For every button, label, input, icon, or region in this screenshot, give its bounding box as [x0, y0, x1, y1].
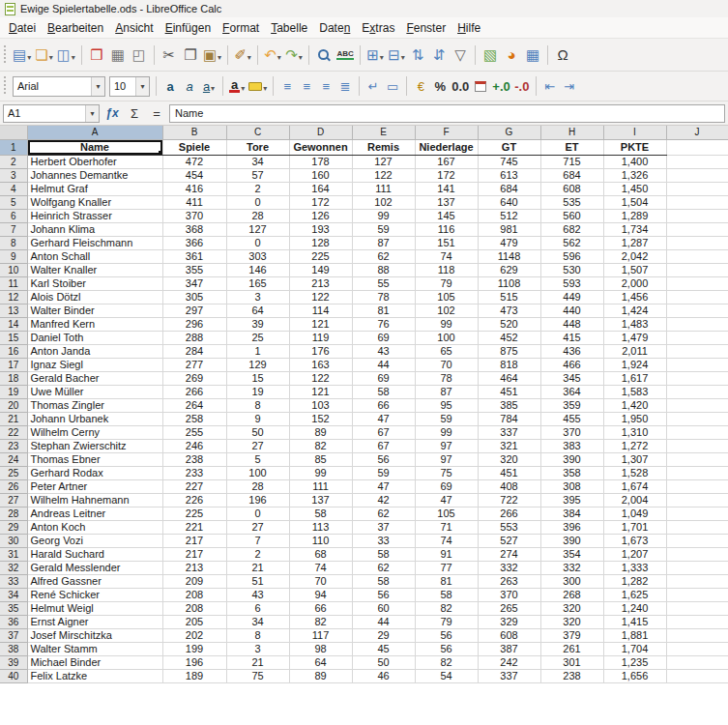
row-header-18[interactable]: 18 — [0, 371, 27, 385]
cell-I33[interactable]: 1,282 — [603, 574, 666, 588]
cell-H34[interactable]: 268 — [540, 588, 603, 601]
cell-E39[interactable]: 50 — [352, 655, 415, 669]
cell-J12[interactable] — [666, 290, 728, 304]
cell-H22[interactable]: 370 — [540, 425, 603, 439]
cell-G16[interactable]: 875 — [478, 344, 540, 358]
cell-B7[interactable]: 368 — [162, 222, 226, 236]
cell-J22[interactable] — [666, 425, 728, 439]
row-header-21[interactable]: 21 — [0, 412, 27, 425]
cell-H23[interactable]: 383 — [540, 439, 603, 452]
cell-H16[interactable]: 436 — [540, 344, 603, 358]
cell-E17[interactable]: 44 — [352, 358, 415, 371]
cell-I23[interactable]: 1,272 — [603, 439, 666, 452]
cell-G13[interactable]: 473 — [478, 304, 540, 317]
cell-D2[interactable]: 178 — [289, 155, 352, 168]
cell-J9[interactable] — [666, 249, 728, 263]
cell-C4[interactable]: 2 — [226, 182, 289, 195]
cell-J34[interactable] — [666, 588, 728, 601]
cell-E34[interactable]: 56 — [352, 588, 415, 601]
cell-C12[interactable]: 3 — [226, 290, 289, 304]
cell-B6[interactable]: 370 — [162, 209, 226, 222]
cell-G24[interactable]: 320 — [478, 452, 540, 466]
merge-cells-button[interactable]: ▭ — [383, 75, 402, 97]
cell-I13[interactable]: 1,424 — [603, 304, 666, 317]
row-header-25[interactable]: 25 — [0, 466, 27, 479]
cell-I26[interactable]: 1,674 — [603, 479, 666, 493]
toolbar-drag-handle[interactable] — [3, 45, 8, 65]
cell-D15[interactable]: 119 — [289, 331, 352, 344]
cell-D33[interactable]: 70 — [289, 574, 352, 588]
cell-G15[interactable]: 452 — [478, 331, 540, 344]
row-header-34[interactable]: 34 — [0, 588, 27, 601]
cell-C2[interactable]: 34 — [226, 155, 289, 168]
cell-F2[interactable]: 167 — [415, 155, 478, 168]
cell-B21[interactable]: 258 — [162, 412, 226, 425]
cell-F9[interactable]: 74 — [415, 249, 478, 263]
cell-H19[interactable]: 364 — [540, 385, 603, 398]
cell-E12[interactable]: 78 — [352, 290, 415, 304]
cell-D24[interactable]: 85 — [289, 452, 352, 466]
row-header-19[interactable]: 19 — [0, 385, 27, 398]
cell-F24[interactable]: 97 — [415, 452, 478, 466]
increase-indent-button[interactable]: ⇥ — [560, 75, 579, 97]
row-header-9[interactable]: 9 — [0, 249, 27, 263]
cell-E38[interactable]: 45 — [352, 642, 415, 655]
cell-G9[interactable]: 1148 — [478, 249, 540, 263]
cell-F18[interactable]: 78 — [415, 371, 478, 385]
font-name-dropdown-icon[interactable] — [91, 77, 104, 96]
cell-D39[interactable]: 64 — [289, 655, 352, 669]
cell-E27[interactable]: 42 — [352, 493, 415, 507]
cell-E36[interactable]: 44 — [352, 615, 415, 628]
cell-E28[interactable]: 62 — [352, 507, 415, 520]
cell-A29[interactable]: Anton Koch — [27, 520, 162, 534]
cell-C32[interactable]: 21 — [226, 561, 289, 574]
insert-column-button[interactable]: ⊟ — [386, 43, 407, 68]
cell-F3[interactable]: 172 — [415, 168, 478, 182]
cell-D26[interactable]: 111 — [289, 479, 352, 493]
cell-I24[interactable]: 1,307 — [603, 452, 666, 466]
cell-I16[interactable]: 2,011 — [603, 344, 666, 358]
cell-C39[interactable]: 21 — [226, 655, 289, 669]
cell-J7[interactable] — [666, 222, 728, 236]
cell-C23[interactable]: 27 — [226, 439, 289, 452]
cell-H31[interactable]: 354 — [540, 547, 603, 561]
column-header-G[interactable]: G — [478, 126, 540, 139]
cell-D36[interactable]: 82 — [289, 615, 352, 628]
cell-C15[interactable]: 25 — [226, 331, 289, 344]
delete-decimal-place-button[interactable]: -.0 — [512, 75, 532, 97]
cell-J3[interactable] — [666, 168, 728, 182]
cell-H29[interactable]: 396 — [540, 520, 603, 534]
cell-H10[interactable]: 530 — [540, 263, 603, 276]
cell-C9[interactable]: 303 — [226, 249, 289, 263]
cell-I25[interactable]: 1,528 — [603, 466, 666, 479]
cell-E1[interactable]: Remis — [352, 139, 415, 155]
cell-H11[interactable]: 593 — [540, 276, 603, 290]
find-and-replace-button[interactable] — [313, 43, 335, 68]
cell-J28[interactable] — [666, 507, 728, 520]
cell-I30[interactable]: 1,673 — [603, 534, 666, 547]
export-pdf-button[interactable]: ❒ — [86, 43, 107, 68]
cell-H37[interactable]: 379 — [540, 628, 603, 642]
cell-G21[interactable]: 784 — [478, 412, 540, 425]
cell-E8[interactable]: 87 — [352, 236, 415, 249]
cell-C6[interactable]: 28 — [226, 209, 289, 222]
paste-button[interactable]: ▣ — [201, 43, 223, 68]
pivot-table-button[interactable]: ▦ — [522, 43, 543, 68]
cell-B27[interactable]: 226 — [162, 493, 226, 507]
cell-B16[interactable]: 284 — [162, 344, 226, 358]
cell-G23[interactable]: 321 — [478, 439, 540, 452]
cell-J5[interactable] — [666, 195, 728, 209]
cell-H38[interactable]: 261 — [540, 642, 603, 655]
cell-A26[interactable]: Peter Artner — [27, 479, 162, 493]
insert-image-button[interactable]: ▧ — [480, 43, 501, 68]
cell-C13[interactable]: 64 — [226, 304, 289, 317]
cell-F38[interactable]: 56 — [415, 642, 478, 655]
cell-F31[interactable]: 91 — [415, 547, 478, 561]
cell-D37[interactable]: 117 — [289, 628, 352, 642]
row-header-27[interactable]: 27 — [0, 493, 27, 507]
row-header-14[interactable]: 14 — [0, 317, 27, 331]
cell-C36[interactable]: 34 — [226, 615, 289, 628]
cell-F37[interactable]: 56 — [415, 628, 478, 642]
cell-F35[interactable]: 82 — [415, 601, 478, 615]
cell-H18[interactable]: 345 — [540, 371, 603, 385]
